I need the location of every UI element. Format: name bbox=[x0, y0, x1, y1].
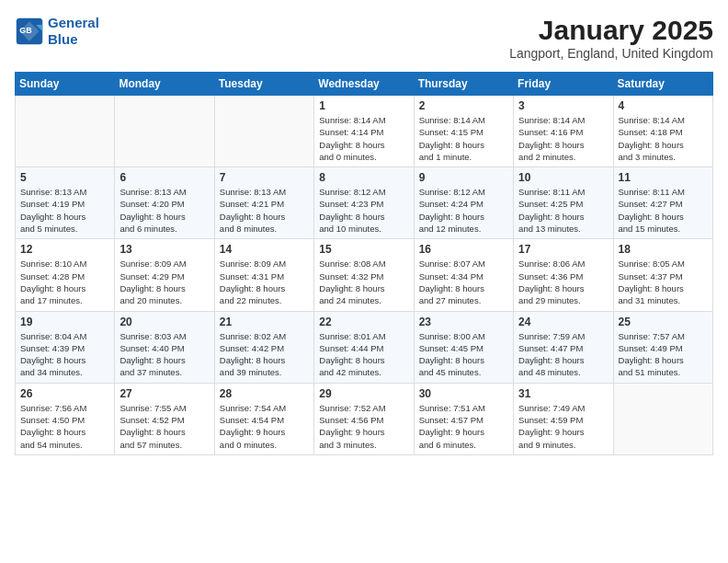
svg-text:GB: GB bbox=[19, 26, 31, 35]
day-info: Sunrise: 7:52 AM Sunset: 4:56 PM Dayligh… bbox=[319, 402, 408, 451]
day-number: 9 bbox=[419, 171, 508, 184]
day-info: Sunrise: 8:07 AM Sunset: 4:34 PM Dayligh… bbox=[419, 258, 508, 306]
day-info: Sunrise: 7:57 AM Sunset: 4:49 PM Dayligh… bbox=[619, 330, 708, 379]
day-info: Sunrise: 8:02 AM Sunset: 4:42 PM Dayligh… bbox=[220, 330, 309, 379]
weekday-header-monday: Monday bbox=[115, 73, 214, 96]
calendar-cell: 18Sunrise: 8:05 AM Sunset: 4:37 PM Dayli… bbox=[613, 239, 712, 311]
month-title: January 2025 bbox=[509, 15, 713, 46]
day-number: 15 bbox=[319, 243, 408, 256]
week-row-4: 19Sunrise: 8:04 AM Sunset: 4:39 PM Dayli… bbox=[16, 311, 713, 383]
day-info: Sunrise: 8:10 AM Sunset: 4:28 PM Dayligh… bbox=[20, 258, 109, 306]
day-number: 28 bbox=[220, 387, 309, 400]
day-number: 5 bbox=[20, 171, 109, 184]
calendar-cell: 31Sunrise: 7:49 AM Sunset: 4:59 PM Dayli… bbox=[514, 383, 613, 454]
calendar-cell: 9Sunrise: 8:12 AM Sunset: 4:24 PM Daylig… bbox=[414, 167, 513, 239]
title-block: January 2025 Langport, England, United K… bbox=[509, 15, 713, 61]
calendar-cell: 5Sunrise: 8:13 AM Sunset: 4:19 PM Daylig… bbox=[16, 167, 115, 239]
day-number: 14 bbox=[220, 243, 309, 256]
day-number: 7 bbox=[220, 171, 309, 184]
logo-line1: General bbox=[48, 15, 99, 31]
day-number: 19 bbox=[20, 316, 109, 328]
location: Langport, England, United Kingdom bbox=[509, 46, 713, 61]
weekday-header-thursday: Thursday bbox=[414, 73, 513, 96]
day-number: 11 bbox=[619, 171, 708, 184]
calendar-cell: 11Sunrise: 8:11 AM Sunset: 4:27 PM Dayli… bbox=[613, 167, 712, 239]
calendar-cell: 10Sunrise: 8:11 AM Sunset: 4:25 PM Dayli… bbox=[514, 167, 613, 239]
day-info: Sunrise: 8:13 AM Sunset: 4:20 PM Dayligh… bbox=[119, 186, 209, 235]
day-info: Sunrise: 8:04 AM Sunset: 4:39 PM Dayligh… bbox=[20, 330, 109, 379]
calendar-cell: 19Sunrise: 8:04 AM Sunset: 4:39 PM Dayli… bbox=[16, 311, 115, 383]
day-info: Sunrise: 7:51 AM Sunset: 4:57 PM Dayligh… bbox=[419, 402, 508, 451]
day-number: 17 bbox=[518, 243, 608, 256]
calendar-cell bbox=[16, 96, 115, 167]
weekday-header-saturday: Saturday bbox=[613, 73, 712, 96]
calendar: SundayMondayTuesdayWednesdayThursdayFrid… bbox=[15, 72, 713, 455]
logo-line2: Blue bbox=[48, 31, 99, 48]
day-number: 24 bbox=[518, 316, 608, 328]
calendar-cell: 28Sunrise: 7:54 AM Sunset: 4:54 PM Dayli… bbox=[214, 383, 313, 454]
calendar-cell: 12Sunrise: 8:10 AM Sunset: 4:28 PM Dayli… bbox=[16, 239, 115, 311]
calendar-cell: 13Sunrise: 8:09 AM Sunset: 4:29 PM Dayli… bbox=[115, 239, 214, 311]
day-number: 25 bbox=[619, 316, 708, 328]
day-info: Sunrise: 7:56 AM Sunset: 4:50 PM Dayligh… bbox=[20, 402, 109, 451]
day-number: 4 bbox=[619, 99, 708, 112]
day-number: 31 bbox=[518, 387, 608, 400]
weekday-header-wednesday: Wednesday bbox=[314, 73, 414, 96]
day-info: Sunrise: 8:13 AM Sunset: 4:19 PM Dayligh… bbox=[20, 186, 109, 235]
calendar-cell: 21Sunrise: 8:02 AM Sunset: 4:42 PM Dayli… bbox=[214, 311, 313, 383]
logo: GB General Blue bbox=[15, 15, 99, 48]
week-row-1: 1Sunrise: 8:14 AM Sunset: 4:14 PM Daylig… bbox=[16, 96, 713, 167]
calendar-cell: 24Sunrise: 7:59 AM Sunset: 4:47 PM Dayli… bbox=[514, 311, 613, 383]
day-info: Sunrise: 8:01 AM Sunset: 4:44 PM Dayligh… bbox=[319, 330, 408, 379]
day-number: 30 bbox=[419, 387, 508, 400]
day-info: Sunrise: 8:00 AM Sunset: 4:45 PM Dayligh… bbox=[419, 330, 508, 379]
calendar-cell: 7Sunrise: 8:13 AM Sunset: 4:21 PM Daylig… bbox=[214, 167, 313, 239]
weekday-header-friday: Friday bbox=[514, 73, 613, 96]
day-info: Sunrise: 7:49 AM Sunset: 4:59 PM Dayligh… bbox=[518, 402, 608, 451]
weekday-header-sunday: Sunday bbox=[16, 73, 115, 96]
weekday-header-row: SundayMondayTuesdayWednesdayThursdayFrid… bbox=[16, 73, 713, 96]
day-number: 1 bbox=[319, 99, 408, 112]
day-info: Sunrise: 8:06 AM Sunset: 4:36 PM Dayligh… bbox=[518, 258, 608, 306]
calendar-cell: 4Sunrise: 8:14 AM Sunset: 4:18 PM Daylig… bbox=[613, 96, 712, 167]
logo-text: General Blue bbox=[48, 15, 99, 48]
day-number: 12 bbox=[20, 243, 109, 256]
day-info: Sunrise: 8:08 AM Sunset: 4:32 PM Dayligh… bbox=[319, 258, 408, 306]
calendar-cell: 30Sunrise: 7:51 AM Sunset: 4:57 PM Dayli… bbox=[414, 383, 513, 454]
calendar-cell: 2Sunrise: 8:14 AM Sunset: 4:15 PM Daylig… bbox=[414, 96, 513, 167]
calendar-cell: 3Sunrise: 8:14 AM Sunset: 4:16 PM Daylig… bbox=[514, 96, 613, 167]
calendar-cell: 27Sunrise: 7:55 AM Sunset: 4:52 PM Dayli… bbox=[115, 383, 214, 454]
day-info: Sunrise: 8:13 AM Sunset: 4:21 PM Dayligh… bbox=[220, 186, 309, 235]
day-number: 8 bbox=[319, 171, 408, 184]
day-number: 29 bbox=[319, 387, 408, 400]
day-info: Sunrise: 8:11 AM Sunset: 4:27 PM Dayligh… bbox=[619, 186, 708, 235]
calendar-cell: 23Sunrise: 8:00 AM Sunset: 4:45 PM Dayli… bbox=[414, 311, 513, 383]
day-info: Sunrise: 8:14 AM Sunset: 4:15 PM Dayligh… bbox=[419, 114, 508, 163]
day-number: 18 bbox=[619, 243, 708, 256]
day-number: 22 bbox=[319, 316, 408, 328]
week-row-3: 12Sunrise: 8:10 AM Sunset: 4:28 PM Dayli… bbox=[16, 239, 713, 311]
day-info: Sunrise: 8:14 AM Sunset: 4:18 PM Dayligh… bbox=[619, 114, 708, 163]
day-number: 10 bbox=[518, 171, 608, 184]
calendar-cell: 6Sunrise: 8:13 AM Sunset: 4:20 PM Daylig… bbox=[115, 167, 214, 239]
calendar-cell: 22Sunrise: 8:01 AM Sunset: 4:44 PM Dayli… bbox=[314, 311, 414, 383]
day-info: Sunrise: 8:14 AM Sunset: 4:16 PM Dayligh… bbox=[518, 114, 608, 163]
day-number: 2 bbox=[419, 99, 508, 112]
day-number: 27 bbox=[119, 387, 209, 400]
day-info: Sunrise: 8:05 AM Sunset: 4:37 PM Dayligh… bbox=[619, 258, 708, 306]
calendar-cell: 8Sunrise: 8:12 AM Sunset: 4:23 PM Daylig… bbox=[314, 167, 414, 239]
day-info: Sunrise: 8:14 AM Sunset: 4:14 PM Dayligh… bbox=[319, 114, 408, 163]
calendar-cell bbox=[214, 96, 313, 167]
week-row-2: 5Sunrise: 8:13 AM Sunset: 4:19 PM Daylig… bbox=[16, 167, 713, 239]
calendar-cell: 1Sunrise: 8:14 AM Sunset: 4:14 PM Daylig… bbox=[314, 96, 414, 167]
day-info: Sunrise: 8:12 AM Sunset: 4:24 PM Dayligh… bbox=[419, 186, 508, 235]
day-number: 20 bbox=[119, 316, 209, 328]
day-number: 23 bbox=[419, 316, 508, 328]
day-info: Sunrise: 7:55 AM Sunset: 4:52 PM Dayligh… bbox=[119, 402, 209, 451]
day-number: 16 bbox=[419, 243, 508, 256]
calendar-cell: 29Sunrise: 7:52 AM Sunset: 4:56 PM Dayli… bbox=[314, 383, 414, 454]
day-info: Sunrise: 7:59 AM Sunset: 4:47 PM Dayligh… bbox=[518, 330, 608, 379]
day-number: 3 bbox=[518, 99, 608, 112]
week-row-5: 26Sunrise: 7:56 AM Sunset: 4:50 PM Dayli… bbox=[16, 383, 713, 454]
calendar-cell bbox=[613, 383, 712, 454]
